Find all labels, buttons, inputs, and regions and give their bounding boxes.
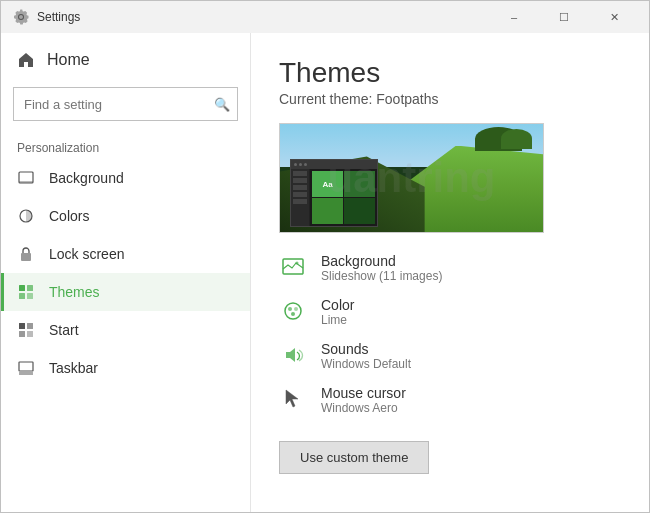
close-button[interactable]: ✕	[591, 1, 637, 33]
sidebar-item-background[interactable]: Background	[1, 159, 250, 197]
taskbar-icon	[17, 359, 35, 377]
svg-marker-21	[286, 390, 298, 407]
svg-rect-10	[19, 331, 25, 337]
svg-point-16	[285, 303, 301, 319]
theme-details: Background Slideshow (11 images)	[279, 253, 621, 415]
svg-rect-7	[27, 293, 33, 299]
tile-block-2	[312, 198, 343, 224]
current-theme: Current theme: Footpaths	[279, 91, 621, 107]
lock-screen-icon	[17, 245, 35, 263]
detail-row-background: Background Slideshow (11 images)	[279, 253, 621, 283]
colors-icon	[17, 207, 35, 225]
window-tile: Aa	[290, 159, 378, 227]
start-label: Start	[49, 322, 79, 338]
detail-text-background: Background Slideshow (11 images)	[321, 253, 442, 283]
mouse-cursor-detail-value: Windows Aero	[321, 401, 406, 415]
main-panel: Themes Current theme: Footpaths	[251, 33, 649, 512]
sounds-detail-icon	[279, 341, 307, 369]
detail-row-color: Color Lime	[279, 297, 621, 327]
sidebar-item-lock-screen[interactable]: Lock screen	[1, 235, 250, 273]
home-icon	[17, 51, 35, 69]
themes-icon	[17, 283, 35, 301]
sidebar-item-themes[interactable]: Themes	[1, 273, 250, 311]
tile-block-3	[344, 198, 375, 224]
sidebar-item-home[interactable]: Home	[1, 41, 250, 79]
section-label: Personalization	[1, 129, 250, 159]
color-detail-value: Lime	[321, 313, 354, 327]
detail-text-mouse-cursor: Mouse cursor Windows Aero	[321, 385, 406, 415]
svg-rect-11	[27, 331, 33, 337]
mouse-cursor-detail-icon	[279, 385, 307, 413]
window-title: Settings	[37, 10, 80, 24]
tile-titlebar	[291, 160, 377, 169]
lock-screen-label: Lock screen	[49, 246, 124, 262]
main-content: Home 🔍 Personalization Background	[1, 33, 649, 512]
background-icon	[17, 169, 35, 187]
color-detail-icon	[279, 297, 307, 325]
svg-rect-13	[19, 372, 33, 375]
svg-rect-3	[21, 253, 31, 261]
sidebar-item-colors[interactable]: Colors	[1, 197, 250, 235]
preview-trees2	[501, 129, 533, 148]
search-icon[interactable]: 🔍	[214, 97, 230, 112]
tile-body: Aa	[291, 169, 377, 226]
taskbar-label: Taskbar	[49, 360, 98, 376]
tile-sidebar	[291, 169, 309, 226]
tile-sidebar-row	[293, 192, 307, 197]
themes-label: Themes	[49, 284, 100, 300]
tile-sidebar-row	[293, 199, 307, 204]
maximize-button[interactable]: ☐	[541, 1, 587, 33]
colors-label: Colors	[49, 208, 89, 224]
svg-point-19	[291, 312, 295, 316]
svg-marker-20	[286, 348, 295, 362]
home-label: Home	[47, 51, 90, 69]
background-detail-name: Background	[321, 253, 442, 269]
svg-point-17	[288, 307, 292, 311]
sidebar-item-taskbar[interactable]: Taskbar	[1, 349, 250, 387]
tile-main-area: Aa	[310, 169, 377, 226]
svg-point-15	[296, 262, 299, 265]
start-icon	[17, 321, 35, 339]
page-title: Themes	[279, 57, 621, 89]
detail-text-sounds: Sounds Windows Default	[321, 341, 411, 371]
background-label: Background	[49, 170, 124, 186]
svg-rect-12	[19, 362, 33, 371]
sounds-detail-value: Windows Default	[321, 357, 411, 371]
tile-sidebar-row	[293, 171, 307, 176]
tile-aa: Aa	[312, 171, 343, 197]
svg-point-18	[294, 307, 298, 311]
color-detail-name: Color	[321, 297, 354, 313]
tile-block-1	[344, 171, 375, 197]
svg-rect-9	[27, 323, 33, 329]
titlebar: Settings – ☐ ✕	[1, 1, 649, 33]
titlebar-left: Settings	[13, 9, 80, 25]
settings-window: Settings – ☐ ✕ Home 🔍	[0, 0, 650, 513]
settings-icon	[13, 9, 29, 25]
sidebar: Home 🔍 Personalization Background	[1, 33, 251, 512]
background-detail-value: Slideshow (11 images)	[321, 269, 442, 283]
detail-row-mouse-cursor: Mouse cursor Windows Aero	[279, 385, 621, 415]
theme-preview: Aa uantring	[279, 123, 544, 233]
search-input[interactable]	[13, 87, 238, 121]
svg-rect-1	[19, 181, 33, 183]
svg-rect-4	[19, 285, 25, 291]
svg-rect-8	[19, 323, 25, 329]
background-detail-icon	[279, 253, 307, 281]
detail-text-color: Color Lime	[321, 297, 354, 327]
window-controls: – ☐ ✕	[491, 1, 637, 33]
sounds-detail-name: Sounds	[321, 341, 411, 357]
detail-row-sounds: Sounds Windows Default	[279, 341, 621, 371]
tile-sidebar-row	[293, 185, 307, 190]
tile-sidebar-row	[293, 178, 307, 183]
svg-rect-6	[19, 293, 25, 299]
sidebar-item-start[interactable]: Start	[1, 311, 250, 349]
minimize-button[interactable]: –	[491, 1, 537, 33]
search-box: 🔍	[13, 87, 238, 121]
use-custom-theme-button[interactable]: Use custom theme	[279, 441, 429, 474]
mouse-cursor-detail-name: Mouse cursor	[321, 385, 406, 401]
svg-rect-5	[27, 285, 33, 291]
